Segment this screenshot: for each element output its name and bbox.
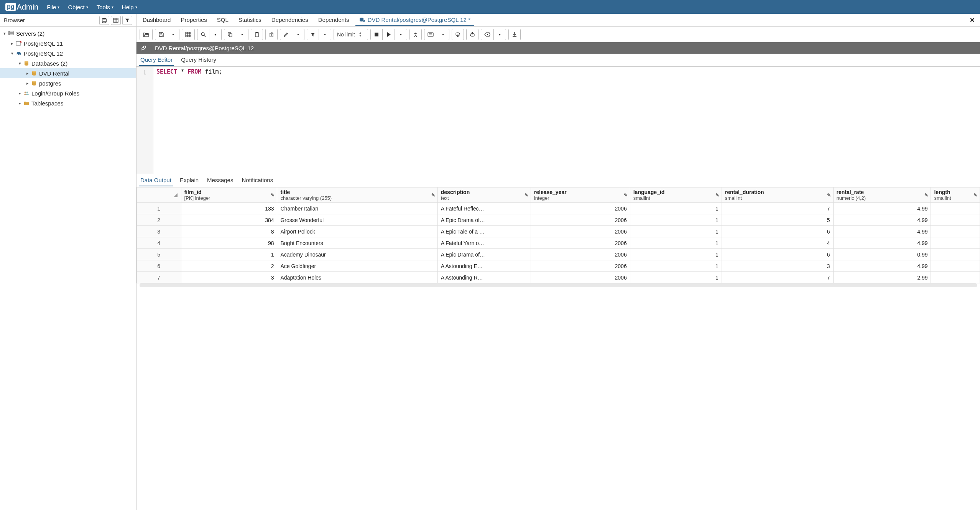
cell[interactable]	[931, 226, 980, 237]
cell[interactable]: 4.99	[833, 203, 931, 214]
cell[interactable]: A Fateful Reflec…	[437, 203, 531, 214]
cell[interactable]: 3	[722, 260, 833, 272]
row-number-cell[interactable]: 2	[137, 214, 181, 226]
cell[interactable]: 2006	[531, 203, 630, 214]
table-row[interactable]: 51Academy DinosaurA Epic Drama of…200616…	[137, 249, 980, 260]
cell[interactable]: Adaptation Holes	[277, 272, 437, 283]
filter-button[interactable]	[307, 29, 319, 40]
close-tab-button[interactable]: ✕	[967, 16, 978, 24]
browser-tool-filter-icon[interactable]	[122, 16, 132, 25]
cell[interactable]: 2006	[531, 214, 630, 226]
tree-node-dvd-rental[interactable]: ▸ DVD Rental	[0, 68, 136, 78]
expand-icon[interactable]: ▸	[9, 41, 15, 46]
cell[interactable]: A Epic Tale of a …	[437, 226, 531, 237]
edit-grid-button[interactable]	[182, 29, 195, 40]
cell[interactable]: Airport Pollock	[277, 226, 437, 237]
cell[interactable]	[931, 249, 980, 260]
cell[interactable]: Bright Encounters	[277, 237, 437, 249]
menu-object[interactable]: Object▾	[68, 4, 88, 10]
cell[interactable]: A Epic Drama of…	[437, 249, 531, 260]
cell[interactable]: 2.99	[833, 272, 931, 283]
cell[interactable]	[931, 237, 980, 249]
table-row[interactable]: 2384Grosse WonderfulA Epic Drama of…2006…	[137, 214, 980, 226]
open-file-button[interactable]	[140, 29, 153, 40]
cell[interactable]: A Astounding R…	[437, 272, 531, 283]
edit-dropdown[interactable]: ▾	[292, 29, 304, 40]
results-grid[interactable]: film_id[PK] integer✎titlecharacter varyi…	[136, 187, 980, 510]
paste-button[interactable]	[251, 29, 263, 40]
column-header-description[interactable]: descriptiontext✎	[437, 188, 531, 203]
tab-properties[interactable]: Properties	[177, 14, 210, 26]
menu-file[interactable]: File▾	[47, 4, 59, 10]
expand-icon[interactable]: ▸	[25, 81, 31, 86]
tab-query-history[interactable]: Query History	[179, 54, 218, 66]
clear-button[interactable]	[481, 29, 494, 40]
tab-statistics[interactable]: Statistics	[235, 14, 265, 26]
rollback-button[interactable]	[466, 29, 478, 40]
expand-icon[interactable]: ▸	[25, 71, 31, 76]
collapse-icon[interactable]: ▾	[2, 31, 8, 36]
row-number-cell[interactable]: 5	[137, 249, 181, 260]
table-row[interactable]: 73Adaptation HolesA Astounding R…2006172…	[137, 272, 980, 283]
cell[interactable]: A Fateful Yarn o…	[437, 237, 531, 249]
column-header-film_id[interactable]: film_id[PK] integer✎	[181, 188, 277, 203]
cell[interactable]: A Astounding E…	[437, 260, 531, 272]
tree-node-postgres[interactable]: ▸ postgres	[0, 78, 136, 88]
explain-analyze-button[interactable]	[424, 29, 437, 40]
row-number-cell[interactable]: 4	[137, 237, 181, 249]
cell[interactable]: 2006	[531, 272, 630, 283]
tab-notifications[interactable]: Notifications	[240, 174, 275, 186]
cell[interactable]: 3	[181, 272, 277, 283]
execute-dropdown[interactable]: ▾	[395, 29, 407, 40]
cell[interactable]: 4.99	[833, 226, 931, 237]
cell[interactable]: 1	[630, 272, 722, 283]
find-button[interactable]	[197, 29, 209, 40]
table-row[interactable]: 498Bright EncountersA Fateful Yarn o…200…	[137, 237, 980, 249]
sql-code[interactable]: SELECT * FROM film;	[153, 67, 980, 174]
column-header-title[interactable]: titlecharacter varying (255)✎	[277, 188, 437, 203]
cell[interactable]: A Epic Drama of…	[437, 214, 531, 226]
cell[interactable]: 7	[722, 272, 833, 283]
cell[interactable]: 4.99	[833, 237, 931, 249]
cell[interactable]: 1	[630, 249, 722, 260]
collapse-icon[interactable]: ▾	[17, 61, 23, 66]
cell[interactable]	[931, 272, 980, 283]
tab-dependencies[interactable]: Dependencies	[268, 14, 312, 26]
menu-help[interactable]: Help▾	[122, 4, 137, 10]
column-header-language_id[interactable]: language_idsmallint✎	[630, 188, 722, 203]
explain-button[interactable]	[409, 29, 422, 40]
cell[interactable]: 384	[181, 214, 277, 226]
copy-dropdown[interactable]: ▾	[236, 29, 248, 40]
cell[interactable]: 6	[722, 226, 833, 237]
expand-icon[interactable]: ▸	[17, 101, 23, 106]
column-header-rental_duration[interactable]: rental_durationsmallint✎	[722, 188, 833, 203]
table-row[interactable]: 1133Chamber ItalianA Fateful Reflec…2006…	[137, 203, 980, 214]
cell[interactable]: 2006	[531, 249, 630, 260]
row-number-cell[interactable]: 1	[137, 203, 181, 214]
tree-node-databases[interactable]: ▾ Databases (2)	[0, 58, 136, 68]
tree-node-servers[interactable]: ▾ Servers (2)	[0, 28, 136, 38]
cell[interactable]	[931, 260, 980, 272]
execute-button[interactable]	[383, 29, 395, 40]
save-button[interactable]	[155, 29, 167, 40]
cell[interactable]: 4	[722, 237, 833, 249]
cell[interactable]: 2006	[531, 237, 630, 249]
download-button[interactable]	[508, 29, 521, 40]
tree-node-pg11[interactable]: ▸ x PostgreSQL 11	[0, 38, 136, 48]
collapse-icon[interactable]: ▾	[9, 51, 15, 56]
expand-icon[interactable]: ▸	[17, 91, 23, 96]
save-dropdown[interactable]: ▾	[167, 29, 179, 40]
tab-query-tool[interactable]: DVD Rental/postgres@PostgreSQL 12 *	[355, 14, 474, 26]
cell[interactable]: Grosse Wonderful	[277, 214, 437, 226]
tree-node-login-roles[interactable]: ▸ Login/Group Roles	[0, 88, 136, 98]
tab-explain[interactable]: Explain	[178, 174, 200, 186]
cell[interactable]: 2006	[531, 226, 630, 237]
tab-sql[interactable]: SQL	[213, 14, 232, 26]
cell[interactable]	[931, 214, 980, 226]
cell[interactable]: 4.99	[833, 260, 931, 272]
edit-button[interactable]	[280, 29, 292, 40]
tab-dashboard[interactable]: Dashboard	[139, 14, 174, 26]
cell[interactable]: 4.99	[833, 214, 931, 226]
sql-editor[interactable]: 1 SELECT * FROM film;	[136, 67, 980, 174]
cell[interactable]: Chamber Italian	[277, 203, 437, 214]
